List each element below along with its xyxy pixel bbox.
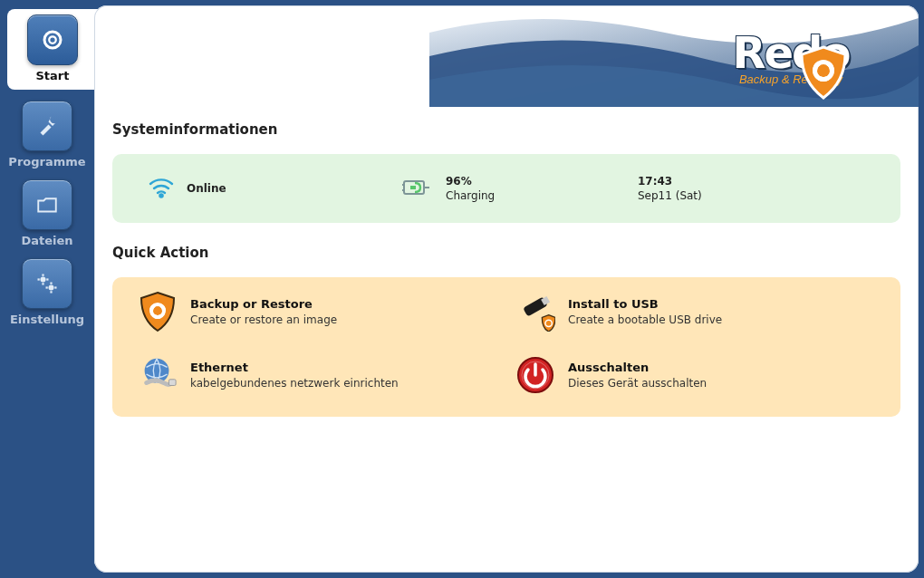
network-status: Online [187,182,226,195]
wifi-icon [149,177,174,201]
action-ethernet[interactable]: Ethernet kabelgebundenes netzwerk einric… [138,355,497,395]
action-subtitle: Dieses Gerät ausschalten [568,377,707,390]
action-backup-restore[interactable]: Backup or Restore Create or restore an i… [138,292,497,332]
clock-time: 17:43 [638,175,672,188]
gears-icon [22,258,72,309]
clock-date: Sep11 (Sat) [638,189,702,202]
power-icon [515,355,555,395]
action-shutdown[interactable]: Ausschalten Dieses Gerät ausschalten [515,355,875,395]
content-area: Redo Backup & Recovery [94,5,919,573]
action-install-usb[interactable]: Install to USB Create a bootable USB dri… [515,292,875,332]
svg-rect-16 [410,186,416,189]
action-title: Backup or Restore [190,297,313,311]
action-title: Install to USB [568,297,659,311]
tools-icon [22,101,72,151]
recycle-shield-icon [798,45,849,102]
ethernet-globe-icon [138,355,178,395]
quickaction-heading: Quick Action [112,245,900,261]
brand-banner: Redo Backup & Recovery [429,5,919,107]
start-icon [27,14,78,65]
svg-point-2 [41,277,46,283]
sysinfo-heading: Systeminformationen [112,121,900,138]
sidebar-item-einstellung[interactable]: Einstellung [5,258,89,326]
svg-point-1 [49,36,56,43]
usb-icon [515,292,555,332]
sidebar-item-programme[interactable]: Programme [5,101,89,169]
sidebar-item-label: Dateien [21,234,72,247]
sidebar-item-start[interactable]: Start [7,9,98,90]
sidebar: Start Programme Dateien Einstellung [0,0,94,578]
action-title: Ausschalten [568,361,649,374]
folder-icon [22,179,72,230]
action-subtitle: Create a bootable USB drive [568,313,722,326]
action-subtitle: kabelgebundenes netzwerk einrichten [190,377,399,390]
sidebar-item-label: Einstellung [10,313,84,326]
battery-plug-icon [402,176,433,202]
svg-rect-21 [168,380,176,386]
backup-shield-icon [138,292,178,332]
sidebar-item-label: Start [36,69,70,82]
quick-action-card: Backup or Restore Create or restore an i… [112,277,900,417]
action-subtitle: Create or restore an image [190,313,337,326]
svg-point-0 [44,32,61,48]
svg-point-7 [49,285,54,291]
battery-percent: 96% [446,175,472,188]
system-info-card: Online 96% Charging [112,154,900,223]
sidebar-item-dateien[interactable]: Dateien [5,179,89,247]
battery-state: Charging [446,189,495,202]
action-title: Ethernet [190,361,248,374]
svg-point-12 [159,194,162,197]
sidebar-item-label: Programme [8,155,85,169]
